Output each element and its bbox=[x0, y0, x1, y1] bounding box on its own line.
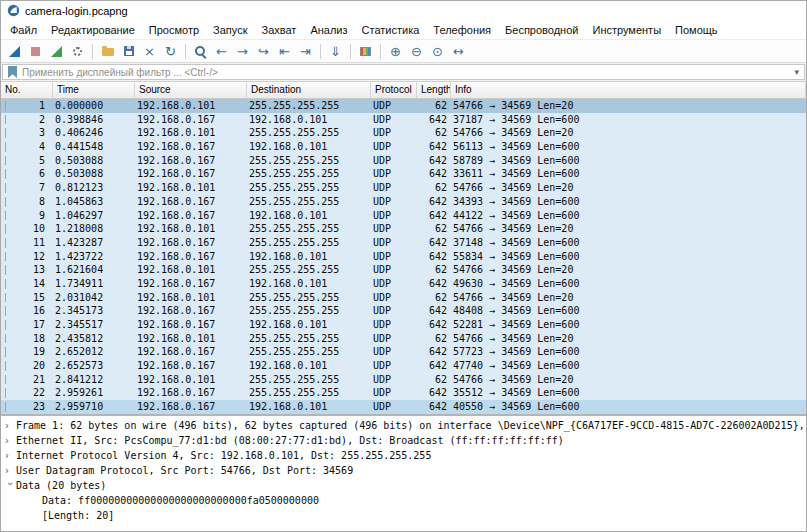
column-header-destination[interactable]: Destination bbox=[247, 82, 371, 98]
menu-item-6[interactable]: Анализ bbox=[303, 22, 354, 38]
menu-item-10[interactable]: Инструменты bbox=[585, 22, 668, 38]
expand-icon[interactable]: › bbox=[5, 448, 16, 463]
packet-no: 1 bbox=[13, 99, 53, 113]
colorize-packets-icon[interactable] bbox=[356, 42, 375, 61]
packet-row[interactable]: 232.959710192.168.0.167192.168.0.101UDP6… bbox=[1, 400, 806, 414]
packet-length: 62 bbox=[417, 99, 451, 113]
packet-row[interactable]: 121.423722192.168.0.167192.168.0.101UDP6… bbox=[1, 250, 806, 264]
go-back-icon[interactable]: ← bbox=[212, 42, 231, 61]
reload-file-icon[interactable]: ↻ bbox=[161, 42, 180, 61]
go-to-packet-icon[interactable]: ↪ bbox=[254, 42, 273, 61]
packet-destination: 192.168.0.101 bbox=[247, 209, 371, 223]
packet-row[interactable]: 81.045863192.168.0.167255.255.255.255UDP… bbox=[1, 195, 806, 209]
menu-item-4[interactable]: Запуск bbox=[206, 22, 254, 38]
display-filter-input[interactable]: Применить дисплейный фильтр ... <Ctrl-/>… bbox=[2, 64, 805, 80]
first-packet-icon[interactable]: ⇤ bbox=[275, 42, 294, 61]
packet-destination: 255.255.255.255 bbox=[247, 304, 371, 318]
packet-row[interactable]: 20.398846192.168.0.167192.168.0.101UDP64… bbox=[1, 113, 806, 127]
column-header-info[interactable]: Info bbox=[451, 82, 806, 98]
detail-row[interactable]: ›Data (20 bytes) bbox=[1, 478, 806, 493]
related-packets-gutter bbox=[1, 318, 13, 332]
packet-info: 52281 → 34569 Len=600 bbox=[451, 318, 806, 332]
start-capture-icon[interactable] bbox=[5, 42, 24, 61]
menu-item-3[interactable]: Просмотр bbox=[142, 22, 206, 38]
column-header-no[interactable]: No. bbox=[1, 82, 53, 98]
last-packet-icon[interactable]: ⇥ bbox=[296, 42, 315, 61]
packet-info: 57723 → 34569 Len=600 bbox=[451, 345, 806, 359]
packet-info: 55834 → 34569 Len=600 bbox=[451, 250, 806, 264]
open-file-icon[interactable] bbox=[98, 42, 117, 61]
menu-item-1[interactable]: Файл bbox=[3, 22, 44, 38]
packet-row[interactable]: 192.652012192.168.0.167255.255.255.255UD… bbox=[1, 345, 806, 359]
expand-icon[interactable]: › bbox=[5, 463, 16, 478]
auto-scroll-icon[interactable]: ⇓ bbox=[326, 42, 345, 61]
menu-item-11[interactable]: Помощь bbox=[668, 22, 725, 38]
detail-row[interactable]: ›Internet Protocol Version 4, Src: 192.1… bbox=[1, 448, 806, 463]
column-header-time[interactable]: Time bbox=[53, 82, 135, 98]
stop-capture-icon[interactable] bbox=[26, 42, 45, 61]
packet-time: 2.031042 bbox=[53, 291, 135, 305]
packet-protocol: UDP bbox=[371, 154, 417, 168]
packet-no: 2 bbox=[13, 113, 53, 127]
colorize-packets-shape bbox=[360, 47, 371, 56]
menu-item-2[interactable]: Редактирование bbox=[44, 22, 142, 38]
detail-row[interactable]: ›Ethernet II, Src: PcsCompu_77:d1:bd (08… bbox=[1, 433, 806, 448]
related-packets-gutter bbox=[1, 359, 13, 373]
packet-protocol: UDP bbox=[371, 195, 417, 209]
detail-row[interactable]: ›User Datagram Protocol, Src Port: 54766… bbox=[1, 463, 806, 478]
zoom-out-icon[interactable]: ⊖ bbox=[407, 42, 426, 61]
packet-row[interactable]: 141.734911192.168.0.167192.168.0.101UDP6… bbox=[1, 277, 806, 291]
packet-row[interactable]: 212.841212192.168.0.101255.255.255.255UD… bbox=[1, 373, 806, 387]
menu-item-5[interactable]: Захват bbox=[255, 22, 304, 38]
packet-info: 48408 → 34569 Len=600 bbox=[451, 304, 806, 318]
column-header-length[interactable]: Length bbox=[417, 82, 451, 98]
packet-row[interactable]: 131.621604192.168.0.101255.255.255.255UD… bbox=[1, 263, 806, 277]
filter-dropdown-arrow-icon[interactable]: ▾ bbox=[794, 67, 799, 77]
packet-row[interactable]: 182.435812192.168.0.101255.255.255.255UD… bbox=[1, 332, 806, 346]
packet-row[interactable]: 40.441548192.168.0.167192.168.0.101UDP64… bbox=[1, 140, 806, 154]
packet-source: 192.168.0.167 bbox=[135, 250, 247, 264]
restart-capture-icon[interactable] bbox=[47, 42, 66, 61]
packet-row[interactable]: 202.652573192.168.0.167192.168.0.101UDP6… bbox=[1, 359, 806, 373]
packet-row[interactable]: 30.406246192.168.0.101255.255.255.255UDP… bbox=[1, 126, 806, 140]
wireshark-window: camera-login.pcapng ФайлРедактированиеПр… bbox=[0, 0, 807, 532]
packet-row[interactable]: 222.959261192.168.0.167255.255.255.255UD… bbox=[1, 386, 806, 400]
find-packet-icon[interactable] bbox=[191, 42, 210, 61]
menu-item-7[interactable]: Статистика bbox=[355, 22, 427, 38]
close-file-icon[interactable]: × bbox=[140, 42, 159, 61]
detail-row[interactable]: Data: ff00000000000000000000000000fa0500… bbox=[1, 493, 806, 508]
expand-icon[interactable]: › bbox=[5, 433, 16, 448]
packet-length: 62 bbox=[417, 126, 451, 140]
packet-row[interactable]: 172.345517192.168.0.167192.168.0.101UDP6… bbox=[1, 318, 806, 332]
packet-row[interactable]: 91.046297192.168.0.167192.168.0.101UDP64… bbox=[1, 209, 806, 223]
packet-time: 1.621604 bbox=[53, 263, 135, 277]
detail-text: [Length: 20] bbox=[42, 510, 114, 521]
packet-row[interactable]: 152.031042192.168.0.101255.255.255.255UD… bbox=[1, 291, 806, 305]
collapse-icon[interactable]: › bbox=[3, 482, 18, 493]
packet-destination: 192.168.0.101 bbox=[247, 400, 371, 414]
menu-item-9[interactable]: Беспроводной bbox=[498, 22, 585, 38]
column-header-protocol[interactable]: Protocol bbox=[371, 82, 417, 98]
detail-row[interactable]: [Length: 20] bbox=[1, 508, 806, 523]
zoom-100-icon[interactable]: ⊙ bbox=[428, 42, 447, 61]
packet-row[interactable]: 70.812123192.168.0.101255.255.255.255UDP… bbox=[1, 181, 806, 195]
capture-options-icon[interactable] bbox=[68, 42, 87, 61]
filter-bookmark-icon[interactable] bbox=[8, 66, 17, 78]
detail-text: Internet Protocol Version 4, Src: 192.16… bbox=[16, 450, 431, 461]
packet-row[interactable]: 50.503088192.168.0.167255.255.255.255UDP… bbox=[1, 154, 806, 168]
save-file-icon[interactable] bbox=[119, 42, 138, 61]
packet-row[interactable]: 101.218008192.168.0.101255.255.255.255UD… bbox=[1, 222, 806, 236]
resize-columns-icon[interactable]: ↔ bbox=[449, 42, 468, 61]
packet-row[interactable]: 111.423287192.168.0.167255.255.255.255UD… bbox=[1, 236, 806, 250]
related-packets-gutter bbox=[1, 140, 13, 154]
packet-time: 1.218008 bbox=[53, 222, 135, 236]
packet-row[interactable]: 162.345173192.168.0.167255.255.255.255UD… bbox=[1, 304, 806, 318]
column-header-source[interactable]: Source bbox=[135, 82, 247, 98]
detail-row[interactable]: ›Frame 1: 62 bytes on wire (496 bits), 6… bbox=[1, 418, 806, 433]
packet-row[interactable]: 60.503088192.168.0.167255.255.255.255UDP… bbox=[1, 167, 806, 181]
menu-item-8[interactable]: Телефония bbox=[426, 22, 498, 38]
zoom-in-icon[interactable]: ⊕ bbox=[386, 42, 405, 61]
go-forward-icon[interactable]: → bbox=[233, 42, 252, 61]
packet-row[interactable]: 10.000000192.168.0.101255.255.255.255UDP… bbox=[1, 99, 806, 113]
expand-icon[interactable]: › bbox=[5, 418, 16, 433]
